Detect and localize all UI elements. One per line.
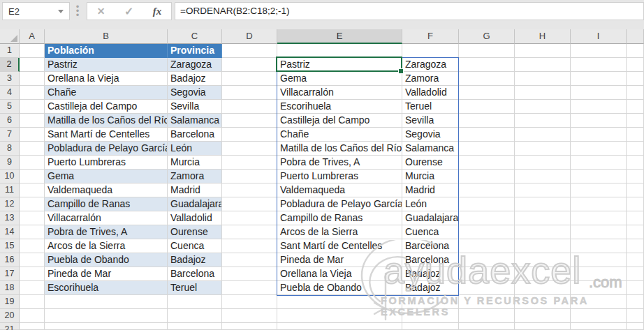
row-header-3[interactable]: 3 — [0, 72, 20, 86]
cell-F17[interactable]: Badajoz — [402, 267, 459, 281]
cell-H16[interactable] — [515, 253, 571, 267]
cell-D11[interactable] — [222, 183, 277, 197]
cell-J11[interactable] — [627, 183, 644, 197]
cell-D21[interactable] — [222, 323, 277, 330]
cell-I15[interactable] — [571, 239, 627, 253]
cell-H3[interactable] — [515, 72, 571, 86]
cell-I6[interactable] — [571, 114, 627, 128]
cell-E18[interactable]: Puebla de Obando — [277, 281, 402, 295]
cell-B13[interactable]: Villacarralón — [45, 211, 168, 225]
cell-D12[interactable] — [222, 197, 277, 211]
column-header-F[interactable]: F — [402, 29, 459, 44]
cell-J16[interactable] — [627, 253, 644, 267]
cell-I8[interactable] — [571, 142, 627, 156]
cell-F8[interactable]: Salamanca — [402, 142, 459, 156]
cell-D2[interactable] — [222, 58, 277, 72]
cell-F5[interactable]: Teruel — [402, 100, 459, 114]
cell-C1[interactable]: Provincia — [168, 44, 222, 58]
cell-A13[interactable] — [20, 211, 45, 225]
cell-H15[interactable] — [515, 239, 571, 253]
row-header-9[interactable]: 9 — [0, 156, 20, 170]
cell-F6[interactable]: Sevilla — [402, 114, 459, 128]
cell-F13[interactable]: Guadalajara — [402, 211, 459, 225]
cell-J15[interactable] — [627, 239, 644, 253]
column-header-D[interactable]: D — [222, 29, 277, 44]
cell-D3[interactable] — [222, 72, 277, 86]
cell-G5[interactable] — [459, 100, 515, 114]
cell-H14[interactable] — [515, 225, 571, 239]
row-header-10[interactable]: 10 — [0, 170, 20, 183]
cell-A5[interactable] — [20, 100, 45, 114]
cell-D20[interactable] — [222, 309, 277, 323]
cell-E12[interactable]: Pobladura de Pelayo García — [277, 197, 402, 211]
enter-icon[interactable]: ✓ — [124, 5, 133, 18]
cell-I11[interactable] — [571, 183, 627, 197]
cell-G21[interactable] — [459, 323, 515, 330]
cell-C9[interactable]: Murcia — [168, 156, 222, 170]
cancel-icon[interactable]: ✕ — [97, 6, 105, 17]
cell-D4[interactable] — [222, 86, 277, 100]
cell-F10[interactable]: Murcia — [402, 170, 459, 183]
cell-C20[interactable] — [168, 309, 222, 323]
cell-J4[interactable] — [627, 86, 644, 100]
cell-C15[interactable]: Cuenca — [168, 239, 222, 253]
cell-D5[interactable] — [222, 100, 277, 114]
cell-H7[interactable] — [515, 128, 571, 142]
cell-D1[interactable] — [222, 44, 277, 58]
formula-input[interactable]: =ORDENAR(B2:C18;2;-1) — [175, 2, 644, 20]
cell-H2[interactable] — [515, 58, 571, 72]
cell-J3[interactable] — [627, 72, 644, 86]
cell-I5[interactable] — [571, 100, 627, 114]
cell-G15[interactable] — [459, 239, 515, 253]
cell-G18[interactable] — [459, 281, 515, 295]
cell-D8[interactable] — [222, 142, 277, 156]
row-header-12[interactable]: 12 — [0, 197, 20, 211]
cell-H18[interactable] — [515, 281, 571, 295]
cell-E10[interactable]: Puerto Lumbreras — [277, 170, 402, 183]
cell-I10[interactable] — [571, 170, 627, 183]
cell-E19[interactable] — [277, 295, 402, 309]
cell-E8[interactable]: Matilla de los Caños del Río — [277, 142, 402, 156]
cell-D6[interactable] — [222, 114, 277, 128]
cell-I4[interactable] — [571, 86, 627, 100]
cell-A18[interactable] — [20, 281, 45, 295]
cell-H1[interactable] — [515, 44, 571, 58]
row-header-1[interactable]: 1 — [0, 44, 20, 58]
cell-I3[interactable] — [571, 72, 627, 86]
cell-J8[interactable] — [627, 142, 644, 156]
cell-A2[interactable] — [20, 58, 45, 72]
cell-C16[interactable]: Badajoz — [168, 253, 222, 267]
cell-G7[interactable] — [459, 128, 515, 142]
cell-F18[interactable]: Badajoz — [402, 281, 459, 295]
cell-H12[interactable] — [515, 197, 571, 211]
cell-B7[interactable]: Sant Martí de Centelles — [45, 128, 168, 142]
cell-A21[interactable] — [20, 323, 45, 330]
cell-D13[interactable] — [222, 211, 277, 225]
cell-H20[interactable] — [515, 309, 571, 323]
cell-E13[interactable]: Campillo de Ranas — [277, 211, 402, 225]
cell-E9[interactable]: Pobra de Trives, A — [277, 156, 402, 170]
column-header-I[interactable]: I — [571, 29, 627, 44]
cell-J21[interactable] — [627, 323, 644, 330]
cell-A11[interactable] — [20, 183, 45, 197]
cell-C21[interactable] — [168, 323, 222, 330]
column-header-G[interactable]: G — [459, 29, 515, 44]
cell-I19[interactable] — [571, 295, 627, 309]
cell-B16[interactable]: Puebla de Obando — [45, 253, 168, 267]
cell-G11[interactable] — [459, 183, 515, 197]
cell-A9[interactable] — [20, 156, 45, 170]
cell-H4[interactable] — [515, 86, 571, 100]
cell-J18[interactable] — [627, 281, 644, 295]
row-header-6[interactable]: 6 — [0, 114, 20, 128]
name-box-dropdown-icon[interactable] — [58, 10, 64, 13]
name-box[interactable]: E2 — [2, 2, 70, 20]
cell-G3[interactable] — [459, 72, 515, 86]
cell-I1[interactable] — [571, 44, 627, 58]
cell-J17[interactable] — [627, 267, 644, 281]
cell-I7[interactable] — [571, 128, 627, 142]
row-header-21[interactable]: 21 — [0, 323, 20, 330]
row-header-16[interactable]: 16 — [0, 253, 20, 267]
cell-F3[interactable]: Zamora — [402, 72, 459, 86]
cell-F12[interactable]: León — [402, 197, 459, 211]
cell-C2[interactable]: Zaragoza — [168, 58, 222, 72]
